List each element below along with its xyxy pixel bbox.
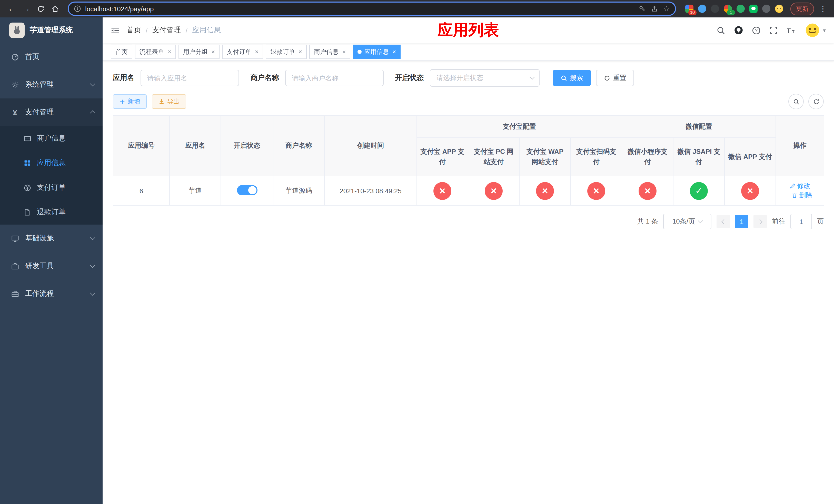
search-button-label: 搜索 <box>570 73 583 83</box>
coin-icon <box>23 184 32 191</box>
chevron-left-icon <box>721 219 726 224</box>
tag-label: 支付订单 <box>227 47 251 56</box>
sidebar-item-label: 退款订单 <box>37 208 66 217</box>
search-button[interactable]: 搜索 <box>553 70 591 86</box>
close-icon[interactable]: × <box>168 48 171 55</box>
reset-button[interactable]: 重置 <box>596 70 634 86</box>
close-icon[interactable]: × <box>299 48 302 55</box>
tag-merchant-info[interactable]: 商户信息× <box>309 45 350 59</box>
tag-refund-order[interactable]: 退款订单× <box>266 45 307 59</box>
table-toolbar: 新增 导出 <box>113 94 824 109</box>
tab-manager-extension-icon[interactable]: 10 <box>685 5 694 13</box>
export-button[interactable]: 导出 <box>152 94 186 109</box>
chevron-down-icon <box>90 81 95 86</box>
sidebar-item-dev-tools[interactable]: 研发工具 <box>0 252 103 280</box>
help-icon[interactable]: ? <box>752 26 761 35</box>
drop-extension-icon[interactable] <box>698 5 706 13</box>
export-button-label: 导出 <box>167 97 179 106</box>
status-switch[interactable] <box>237 185 257 195</box>
share-icon[interactable] <box>651 5 658 12</box>
sidebar-item-payment[interactable]: ¥ 支付管理 <box>0 98 103 126</box>
merchant-name-input[interactable] <box>285 70 384 86</box>
app-logo-icon <box>9 23 25 38</box>
app-table: 应用编号 应用名 开启状态 商户名称 创建时间 支付宝配置 微信配置 操作 支付… <box>113 115 824 206</box>
total-count: 共 1 条 <box>637 217 658 226</box>
navbar-tools: ? TT ▾ <box>717 23 826 38</box>
search-icon[interactable] <box>717 26 725 35</box>
tag-label: 退款订单 <box>270 47 295 56</box>
browser-menu-icon[interactable]: ⋮ <box>817 4 829 13</box>
add-button[interactable]: 新增 <box>113 94 147 109</box>
edit-link-label: 修改 <box>797 182 810 191</box>
page-1-button[interactable]: 1 <box>735 215 748 228</box>
dark-extension-icon[interactable] <box>711 5 719 13</box>
site-info-icon[interactable] <box>74 5 81 12</box>
sidebar-item-refund-order[interactable]: 退款订单 <box>0 200 103 225</box>
sidebar-item-infra[interactable]: 基础设施 <box>0 225 103 252</box>
url-text[interactable]: localhost:1024/pay/app <box>85 5 633 13</box>
alipay-pc-disabled-icon: × <box>485 182 503 200</box>
sidebar-item-label: 商户信息 <box>37 134 66 143</box>
github-icon[interactable] <box>734 26 744 35</box>
breadcrumb-current: 应用信息 <box>192 26 221 35</box>
next-page-button[interactable] <box>753 215 767 228</box>
breadcrumb-payment[interactable]: 支付管理 <box>152 26 181 35</box>
prev-page-button[interactable] <box>717 215 730 228</box>
password-key-icon[interactable] <box>638 5 645 12</box>
active-dot <box>357 50 361 54</box>
address-bar[interactable]: localhost:1024/pay/app ☆ <box>68 2 676 16</box>
sidebar-item-system[interactable]: 系统管理 <box>0 71 103 98</box>
home-icon[interactable] <box>48 2 62 15</box>
refresh-icon[interactable] <box>34 2 47 15</box>
goto-page-input[interactable] <box>790 214 812 229</box>
close-icon[interactable]: × <box>255 48 259 55</box>
multi-extension-icon[interactable]: 1 <box>724 5 732 13</box>
profile-avatar-icon[interactable] <box>775 5 783 13</box>
extensions-puzzle-icon[interactable] <box>762 5 770 13</box>
breadcrumb-home[interactable]: 首页 <box>127 26 141 35</box>
wx-app-disabled-icon: × <box>741 182 759 200</box>
tag-pay-order[interactable]: 支付订单× <box>222 45 263 59</box>
sidebar-item-workflow[interactable]: 工作流程 <box>0 280 103 307</box>
sidebar-item-label: 首页 <box>25 52 40 62</box>
bookmark-star-icon[interactable]: ☆ <box>663 4 670 13</box>
page-size-select[interactable]: 10条/页 <box>663 214 711 229</box>
status-select[interactable]: 请选择开启状态 <box>430 69 540 87</box>
close-icon[interactable]: × <box>392 48 396 55</box>
back-icon[interactable]: ← <box>5 2 19 15</box>
app-name-input[interactable] <box>140 70 239 86</box>
sidebar-item-app-info[interactable]: 应用信息 <box>0 151 103 175</box>
reset-button-label: 重置 <box>613 73 626 83</box>
tag-app-info[interactable]: 应用信息× <box>353 45 401 59</box>
close-icon[interactable]: × <box>342 48 346 55</box>
fullscreen-icon[interactable] <box>770 26 778 35</box>
col-wx-app: 微信 APP 支付 <box>724 138 776 176</box>
delete-link[interactable]: 删除 <box>791 191 812 200</box>
sidebar-item-home[interactable]: 首页 <box>0 43 103 71</box>
user-menu[interactable]: ▾ <box>805 23 826 38</box>
app-logo-row[interactable]: 芋道管理系统 <box>0 18 103 43</box>
goto-label: 前往 <box>772 217 785 226</box>
refresh-table-button[interactable] <box>808 94 824 109</box>
edit-link[interactable]: 修改 <box>789 182 810 191</box>
chevron-down-icon <box>90 235 95 240</box>
tag-user-group[interactable]: 用户分组× <box>178 45 220 59</box>
sidebar-fold-icon[interactable] <box>111 26 119 34</box>
font-size-icon[interactable]: TT <box>787 26 796 34</box>
toggle-search-button[interactable] <box>788 94 804 109</box>
tag-process-form[interactable]: 流程表单× <box>135 45 176 59</box>
green-extension-icon[interactable] <box>737 5 745 13</box>
close-icon[interactable]: × <box>211 48 215 55</box>
chat-extension-icon[interactable] <box>749 5 758 13</box>
sidebar-item-label: 支付管理 <box>25 108 54 117</box>
wx-lite-disabled-icon: × <box>639 182 657 200</box>
chrome-update-button[interactable]: 更新 <box>790 2 814 15</box>
forward-icon[interactable]: → <box>20 2 33 15</box>
breadcrumb: 首页 / 支付管理 / 应用信息 <box>127 26 221 35</box>
col-merchant: 商户名称 <box>273 116 324 176</box>
tag-home[interactable]: 首页 <box>111 45 132 59</box>
cell-actions: 修改 删除 <box>776 176 824 205</box>
sidebar-item-pay-order[interactable]: 支付订单 <box>0 175 103 200</box>
sidebar-item-merchant-info[interactable]: 商户信息 <box>0 126 103 151</box>
col-wx-jsapi: 微信 JSAPI 支付 <box>673 138 724 176</box>
